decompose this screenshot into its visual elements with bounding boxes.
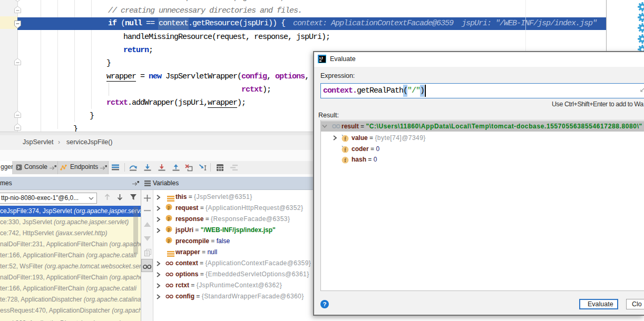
svg-text:?: ? [323, 301, 326, 307]
svg-text:p: p [168, 215, 170, 221]
svg-text:p: p [168, 226, 170, 232]
svg-text:f: f [344, 146, 346, 153]
svg-text:p: p [168, 237, 170, 243]
svg-text:f: f [344, 135, 346, 142]
svg-text:f: f [344, 157, 346, 163]
svg-text:p: p [168, 204, 170, 210]
